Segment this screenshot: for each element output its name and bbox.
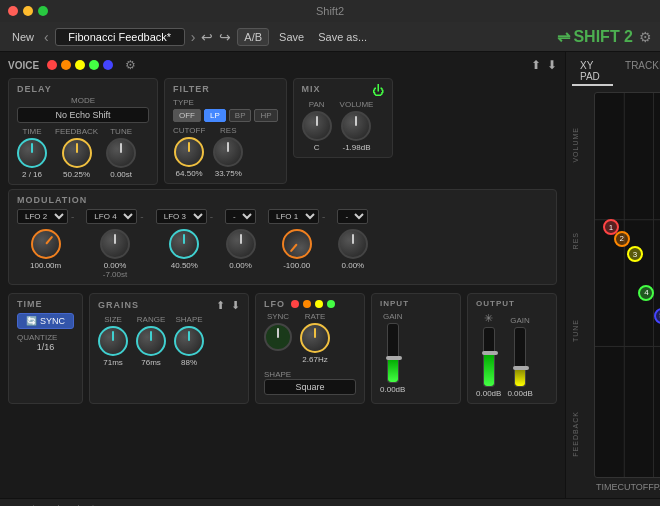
maximize-button[interactable] <box>38 6 48 16</box>
lfo-dot-1[interactable] <box>291 300 299 308</box>
filter-lp-btn[interactable]: LP <box>204 109 226 122</box>
voice-1[interactable] <box>47 60 57 70</box>
lfo-shape-value[interactable]: Square <box>264 379 356 395</box>
delay-feedback-knob[interactable] <box>62 138 92 168</box>
voice-5[interactable] <box>103 60 113 70</box>
lfo-shape-group: SHAPE Square <box>264 367 356 395</box>
mod-sel-2a[interactable]: LFO 4 <box>86 209 137 224</box>
next-arrow[interactable]: › <box>191 29 196 45</box>
output-dry-fader[interactable] <box>483 327 495 387</box>
mod-sel-6a[interactable]: - <box>337 209 368 224</box>
xy-node-3[interactable]: 3 <box>627 246 643 262</box>
filter-bp-btn[interactable]: BP <box>229 109 252 122</box>
save-as-button[interactable]: Save as... <box>314 29 371 45</box>
output-dry-thumb[interactable] <box>482 351 498 355</box>
mod-knob-1[interactable] <box>31 229 61 259</box>
mix-volume-knob[interactable] <box>341 111 371 141</box>
logo: ⇌ SHIFT 2 <box>557 27 633 46</box>
toolbar: New ‹ Fibonacci Feedback* › ↩ ↪ A/B Save… <box>0 22 660 52</box>
grains-range-label: RANGE <box>137 315 165 324</box>
filter-section: FILTER TYPE OFF LP BP HP CUTOFF 64.50% <box>164 78 287 184</box>
close-button[interactable] <box>8 6 18 16</box>
mix-pan-knob[interactable] <box>302 111 332 141</box>
mod-sel-3a[interactable]: LFO 3 <box>156 209 207 224</box>
minimize-button[interactable] <box>23 6 33 16</box>
filter-hp-btn[interactable]: HP <box>254 109 277 122</box>
voice-2[interactable] <box>61 60 71 70</box>
grains-size-value: 71ms <box>103 358 123 367</box>
mix-pan-value: C <box>314 143 320 152</box>
filter-res-knob[interactable] <box>213 137 243 167</box>
grains-knobs: SIZE 71ms RANGE 76ms SHAPE 88% <box>98 315 240 367</box>
delay-time-group: TIME 2 / 16 <box>17 127 47 179</box>
grains-upload-icon[interactable]: ⬆ <box>216 299 225 312</box>
mod-knob-2[interactable] <box>100 229 130 259</box>
lfo-dot-4[interactable] <box>327 300 335 308</box>
filter-cutoff-value: 64.50% <box>176 169 203 178</box>
tab-xy-pad[interactable]: XY PAD <box>572 58 613 86</box>
ab-button[interactable]: A/B <box>237 28 269 46</box>
grains-range-knob[interactable] <box>136 326 166 356</box>
input-gain-label: GAIN <box>383 312 403 321</box>
prev-arrow[interactable]: ‹ <box>44 29 49 45</box>
delay-tune-knob[interactable] <box>106 138 136 168</box>
mod-knob-3[interactable] <box>169 229 199 259</box>
preset-name[interactable]: Fibonacci Feedback* <box>55 28 185 46</box>
quantize-value[interactable]: 1/16 <box>17 342 74 352</box>
lfo-rate-knob[interactable] <box>300 323 330 353</box>
input-gain-fader[interactable] <box>387 323 399 383</box>
settings-icon[interactable]: ⚙ <box>639 29 652 45</box>
mod-sel-5a[interactable]: LFO 1 <box>268 209 319 224</box>
mod-sel-1a[interactable]: LFO 2 <box>17 209 68 224</box>
delay-mode-value[interactable]: No Echo Shift <box>17 107 149 123</box>
delay-time-label: TIME <box>22 127 41 136</box>
lfo-dot-3[interactable] <box>315 300 323 308</box>
voice-3[interactable] <box>75 60 85 70</box>
output-gain-fader[interactable] <box>514 327 526 387</box>
undo-icon[interactable]: ↩ <box>201 29 213 45</box>
grains-download-icon[interactable]: ⬇ <box>231 299 240 312</box>
filter-cutoff-knob[interactable] <box>174 137 204 167</box>
mod-val-5: -100.00 <box>283 261 310 270</box>
lfo-knobs: SYNC RATE 2.67Hz <box>264 312 356 364</box>
filter-cutoff-group: CUTOFF 64.50% <box>173 126 205 178</box>
mix-power-btn[interactable]: ⏻ <box>372 84 384 98</box>
grains-size-label: SIZE <box>104 315 122 324</box>
mod-knob-6[interactable] <box>338 229 368 259</box>
output-gain-thumb[interactable] <box>513 366 529 370</box>
mod-knob-5[interactable] <box>282 229 312 259</box>
delay-time-knob[interactable] <box>17 138 47 168</box>
side-label-tune: TUNE <box>572 319 590 342</box>
side-label-res: RES <box>572 232 590 249</box>
redo-icon[interactable]: ↪ <box>219 29 231 45</box>
lfo-sync-knob[interactable] <box>264 323 292 351</box>
mod-selects-6: - <box>337 209 368 224</box>
xy-node-4[interactable]: 4 <box>638 285 654 301</box>
mod-knob-4[interactable] <box>226 229 256 259</box>
mod-group-6: - 0.00% <box>337 209 368 270</box>
grains-range-group: RANGE 76ms <box>136 315 166 367</box>
lfo-dot-2[interactable] <box>303 300 311 308</box>
new-button[interactable]: New <box>8 29 38 45</box>
download-icon[interactable]: ⬇ <box>547 58 557 72</box>
mod-sel-4a[interactable]: - <box>225 209 256 224</box>
upload-icon[interactable]: ⬆ <box>531 58 541 72</box>
voice-4[interactable] <box>89 60 99 70</box>
filter-off-btn[interactable]: OFF <box>173 109 201 122</box>
sync-button[interactable]: 🔄 SYNC <box>17 313 74 329</box>
xy-node-2[interactable]: 2 <box>614 231 630 247</box>
save-button[interactable]: Save <box>275 29 308 45</box>
sections-top-row: DELAY MODE No Echo Shift TIME 2 / 16 FEE… <box>8 78 557 185</box>
tab-tracking[interactable]: TRACKING <box>617 58 660 86</box>
filter-res-value: 33.75% <box>215 169 242 178</box>
mix-header: MIX ⏻ <box>302 84 384 98</box>
voice-gear-icon[interactable]: ⚙ <box>125 58 136 72</box>
grains-shape-knob[interactable] <box>174 326 204 356</box>
delay-feedback-label: FEEDBACK <box>55 127 98 136</box>
xy-pad[interactable]: 1 2 3 4 5 <box>594 92 660 478</box>
side-label-volume: VOLUME <box>572 127 590 163</box>
grains-size-knob[interactable] <box>98 326 128 356</box>
main-area: VOICE ⚙ ⬆ ⬇ DELAY MODE No Echo Shift <box>0 52 660 498</box>
input-fader-fill <box>388 359 398 382</box>
input-fader-thumb[interactable] <box>386 356 402 360</box>
